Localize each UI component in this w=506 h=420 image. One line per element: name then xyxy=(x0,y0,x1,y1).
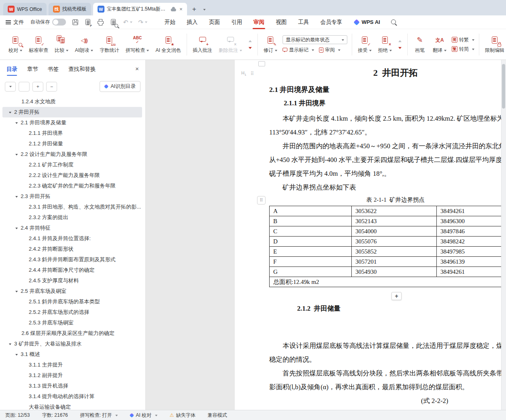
boundary-table[interactable]: A305362238494261B305214338496300C3054000… xyxy=(269,206,506,287)
table-cell[interactable]: 3054930 xyxy=(352,267,437,277)
toc-item[interactable]: 3.1.1 主井提升 xyxy=(0,360,145,370)
review-pane-button[interactable]: 审阅 xyxy=(319,47,340,53)
tab-list-chevron-icon[interactable] xyxy=(200,3,208,15)
redo-button[interactable]: ↷ xyxy=(138,19,148,26)
standard-review-button[interactable]: ✓ 标准审查 xyxy=(26,32,51,58)
toc-item[interactable]: 2.1.1 井田境界 xyxy=(0,128,145,139)
table-cell[interactable]: 3057201 xyxy=(352,257,437,267)
menu-tab-开始[interactable]: 开始 xyxy=(159,15,181,29)
expand-arrow-icon[interactable] xyxy=(9,343,11,346)
ai-polish-button[interactable]: ★ AI 全文润色 xyxy=(153,32,184,58)
menu-tab-工具[interactable]: 工具 xyxy=(292,15,315,29)
spell-check-button[interactable]: ABC✓ 拼写检查 xyxy=(123,32,152,58)
table-cell[interactable]: 38494261 xyxy=(437,267,506,277)
toc-item[interactable]: 2.3.2 方案的提出 xyxy=(0,212,145,223)
tab-close-icon[interactable]: × xyxy=(179,6,183,12)
insert-plus-button[interactable]: + xyxy=(391,292,402,300)
table-cell[interactable]: B xyxy=(270,216,352,226)
show-markup-button[interactable]: 显示标记 xyxy=(283,47,314,53)
track-changes-button[interactable]: ✎ 修订 xyxy=(261,32,280,58)
document-page[interactable]: H1⠿ 2 井田开拓 2.1 井田境界及储量 2.1.1 井田境界 本矿井走向长… xyxy=(235,60,506,410)
toc-item[interactable]: 2.4 井筒特征 xyxy=(0,223,145,233)
toc-item[interactable]: 2.2.3 确定矿井的生产能力和服务年限 xyxy=(0,181,145,191)
collapse-all-button[interactable] xyxy=(5,82,16,92)
print-button[interactable] xyxy=(98,20,104,24)
toc-item[interactable]: 大巷运输设备确定 xyxy=(0,402,145,410)
menu-tab-视图[interactable]: 视图 xyxy=(270,15,292,29)
new-tab-button[interactable]: + xyxy=(189,3,200,15)
proofread-button[interactable]: 校对 xyxy=(6,32,25,58)
menu-tab-页面[interactable]: 页面 xyxy=(203,15,225,29)
to-simplified-button[interactable]: 繁转简 xyxy=(452,46,474,53)
menu-tab-引用[interactable]: 引用 xyxy=(225,15,248,29)
next-comment-button[interactable] xyxy=(247,46,254,52)
wps-ai-button[interactable]: WPS AI xyxy=(354,19,380,25)
toc-item[interactable]: 2.6 煤层开采顺序及采区生产能力的确定 xyxy=(0,328,145,339)
table-cell[interactable]: F xyxy=(270,257,352,267)
toc-item[interactable]: 2.2.2 设计生产能力及服务年限 xyxy=(0,170,145,181)
table-cell[interactable]: 3054000 xyxy=(352,226,437,237)
table-cell[interactable]: A xyxy=(270,206,352,216)
toc-item[interactable]: 3.1.4 提升电动机的选择计算 xyxy=(0,391,145,402)
missing-font-warning[interactable]: ⚠缺失字体 xyxy=(170,412,196,419)
sidebar-tab-查找和替换[interactable]: 查找和替换 xyxy=(68,60,96,79)
tab-document[interactable]: W 宝丰集团红五矿1.5Mta新井... × xyxy=(93,3,187,15)
markup-state-select[interactable]: 显示标记的最终状态 xyxy=(283,35,347,44)
restrict-edit-button[interactable]: 限制编辑 xyxy=(482,32,506,58)
undo-button[interactable]: ↶ xyxy=(123,19,132,26)
menu-tab-审阅[interactable]: 审阅 xyxy=(248,15,270,29)
export-pdf-button[interactable]: P xyxy=(84,18,91,26)
sidebar-close-icon[interactable]: × xyxy=(135,65,139,72)
expand-arrow-icon[interactable] xyxy=(15,228,18,230)
table-total-cell[interactable]: 总面积:12.49k m2 xyxy=(270,277,506,287)
insert-comment-button[interactable]: + 插入批注 xyxy=(190,32,215,58)
search-icon[interactable] xyxy=(391,19,397,26)
expand-arrow-icon[interactable] xyxy=(15,196,18,199)
table-cell[interactable]: G xyxy=(270,267,352,277)
toc-item[interactable]: 2.1.2 井田储量 xyxy=(0,139,145,149)
table-cell[interactable]: 38497985 xyxy=(437,247,506,257)
toc-item[interactable]: 2.5.3 井底车场硐室 xyxy=(0,318,145,328)
toc-item[interactable]: 2.2.1 矿井工作制度 xyxy=(0,160,145,170)
next-revision-button[interactable] xyxy=(396,46,404,52)
save-button[interactable] xyxy=(72,19,78,25)
toc-item[interactable]: 2.3.1 井田地形、构造、水文地质对其开拓的影... xyxy=(0,202,145,212)
toc-item[interactable]: 2.5.2 井底车场形式的选择 xyxy=(0,307,145,318)
document-area[interactable]: H1⠿ 2 井田开拓 2.1 井田境界及储量 2.1.1 井田境界 本矿井走向长… xyxy=(146,60,506,410)
zoom-in-toc-button[interactable]: + xyxy=(32,82,43,92)
toc-item[interactable]: 2.4.1 井筒及井筒位置选择: xyxy=(0,233,145,244)
ai-recognize-toc-button[interactable]: AI识别目录 xyxy=(100,81,140,92)
expand-arrow-icon[interactable] xyxy=(15,154,18,157)
sidebar-tab-书签[interactable]: 书签 xyxy=(48,60,59,79)
word-count-indicator[interactable]: 字数: 21676 xyxy=(42,412,68,419)
tab-wps-office[interactable]: W WPS Office xyxy=(3,3,47,15)
table-cell[interactable]: 38496139 xyxy=(437,257,506,267)
table-cell[interactable]: 38494261 xyxy=(437,206,506,216)
expand-arrow-icon[interactable] xyxy=(15,354,18,357)
menu-tab-插入[interactable]: 插入 xyxy=(181,15,203,29)
table-cell[interactable]: 38496300 xyxy=(437,216,506,226)
toc-item[interactable]: 3.1 概述 xyxy=(0,349,145,360)
spell-check-status[interactable]: 拼写检查: 打开 xyxy=(80,412,118,419)
tab-template[interactable]: 找 找稿壳模板 xyxy=(49,3,91,15)
toc-item[interactable]: 2.3 井田开拓 xyxy=(0,191,145,202)
toc-item[interactable]: 1.2.4 水文地质 xyxy=(0,96,145,107)
toc-item[interactable]: 2.5 井底车场及硐室 xyxy=(0,286,145,296)
toc-item[interactable]: 2.5.1 斜井井底车场的基本类型 xyxy=(0,296,145,307)
table-cell[interactable]: C xyxy=(270,226,352,237)
toc-item[interactable]: 2.4.5 支护厚度与材料 xyxy=(0,275,145,286)
toc-item[interactable]: 2.1 井田境界及储量 xyxy=(0,117,145,128)
pen-button[interactable]: ✎ 画笔 xyxy=(410,32,429,58)
toc-item[interactable]: 3 矿井提升、大巷运输及排水 xyxy=(0,339,145,349)
anchor-box-icon[interactable] xyxy=(258,61,265,66)
expand-all-button[interactable] xyxy=(19,82,30,92)
toc-item[interactable]: 2.4.3 斜井井筒断面布置原则及其形式 xyxy=(0,254,145,265)
toc-item[interactable]: 3.1.2 副井提升 xyxy=(0,370,145,381)
scrollbar-thumb[interactable] xyxy=(502,64,505,109)
expand-arrow-icon[interactable] xyxy=(9,112,11,115)
table-cell[interactable]: 38498242 xyxy=(437,237,506,247)
compare-button[interactable]: 比较 xyxy=(52,32,71,58)
table-cell[interactable]: 3053622 xyxy=(352,206,437,216)
accept-revision-button[interactable]: ✓ 接受 xyxy=(355,32,374,58)
table-drag-handle-icon[interactable]: ⠿ xyxy=(257,196,266,205)
